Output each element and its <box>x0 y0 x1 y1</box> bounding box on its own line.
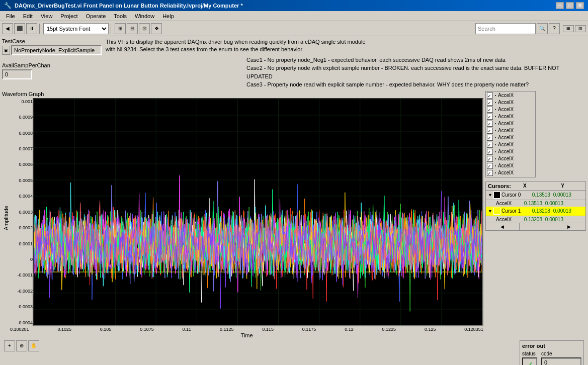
menu-edit[interactable]: Edit <box>19 12 37 20</box>
zoom-tool[interactable]: + <box>4 340 15 351</box>
legend-checkbox[interactable] <box>487 100 493 106</box>
reorder-button[interactable]: ❖ <box>151 23 162 34</box>
toolbar: ◀ ⬛ ⏸ 15pt System Font ⊞ ⊟ ⊡ ❖ 🔍 ? ▦ ▥ <box>0 21 588 36</box>
availsamp-value: 0 <box>2 69 32 79</box>
legend-item[interactable]: AccelX <box>487 170 534 176</box>
cursor-x-value: 0.13208 <box>530 208 550 214</box>
help-button[interactable]: ? <box>549 23 560 34</box>
legend-item[interactable]: AccelX <box>487 142 534 148</box>
legend-checkbox[interactable] <box>487 114 493 120</box>
status-label: status <box>522 351 537 356</box>
cursors-col-x: X <box>511 183 539 189</box>
menu-operate[interactable]: Operate <box>82 12 110 20</box>
legend-checkbox[interactable] <box>487 128 493 134</box>
legend-item[interactable]: AccelX <box>487 128 534 134</box>
legend-checkbox[interactable] <box>487 93 493 99</box>
code-label: code <box>541 351 581 356</box>
legend-checkbox[interactable] <box>487 121 493 127</box>
x-tick: 0.12 <box>345 327 354 332</box>
cursor-sub-name: AccelX <box>496 217 521 222</box>
legend-checkbox[interactable] <box>487 149 493 155</box>
back-button[interactable]: ◀ <box>2 23 13 34</box>
cursor-sub-row: AccelX0.132080.00013 <box>486 216 585 223</box>
close-button[interactable]: ✕ <box>576 2 584 9</box>
legend-item[interactable]: AccelX <box>487 121 534 127</box>
legend-checkbox[interactable] <box>487 135 493 141</box>
testcase-input[interactable]: NoPropertyNode_ExplicitSample <box>11 45 102 55</box>
error-title: error out <box>522 343 581 349</box>
search-button[interactable]: 🔍 <box>537 23 548 34</box>
legend-item[interactable]: AccelX <box>487 114 534 120</box>
y-tick: 0.0006 <box>10 162 33 167</box>
search-input[interactable] <box>475 23 536 34</box>
legend-item[interactable]: AccelX <box>487 100 534 106</box>
legend-item[interactable]: AccelX <box>487 135 534 141</box>
legend-checkbox[interactable] <box>487 170 493 176</box>
waveform-display[interactable] <box>33 98 483 326</box>
pause-button[interactable]: ⏸ <box>26 23 37 34</box>
cursor-name: Cursor 0 <box>501 192 529 198</box>
cursor-expand-icon[interactable]: ▼ <box>488 193 492 198</box>
legend-swatch <box>495 95 496 96</box>
y-tick: 0.0004 <box>10 194 33 199</box>
x-tick: 0.1225 <box>382 327 396 332</box>
cursor-row[interactable]: ▼Cursor 00.135130.00013 <box>486 191 585 200</box>
availsamp-label: AvailSampPerChan <box>2 62 102 68</box>
stop-button[interactable]: ⬛ <box>14 23 25 34</box>
align-button[interactable]: ⊞ <box>115 23 126 34</box>
distribute-button[interactable]: ⊟ <box>127 23 138 34</box>
resize-button[interactable]: ⊡ <box>139 23 150 34</box>
cursor-tool[interactable]: ✋ <box>28 340 39 351</box>
menu-project[interactable]: Project <box>56 12 81 20</box>
legend-item[interactable]: AccelX <box>487 107 534 113</box>
case2-desc: Case2 - No property node with explicit s… <box>246 64 586 80</box>
y-tick: 0.001 <box>10 99 33 104</box>
tools-grid-2[interactable]: ▥ <box>575 25 586 32</box>
legend-item[interactable]: AccelX <box>487 163 534 169</box>
x-tick: 0.1075 <box>140 327 154 332</box>
menu-file[interactable]: File <box>2 12 19 20</box>
legend-item[interactable]: AccelX <box>487 149 534 155</box>
legend-checkbox[interactable] <box>487 156 493 162</box>
y-tick: 0.0002 <box>10 225 33 230</box>
legend-item[interactable]: AccelX <box>487 156 534 162</box>
x-tick: 0.1125 <box>220 327 234 332</box>
legend-label: AccelX <box>498 149 514 154</box>
graph-inner: Amplitude 0.0010.00090.00080.00070.00060… <box>2 98 483 338</box>
cursor-scroll-left[interactable]: ◀ <box>486 223 520 230</box>
legend-swatch <box>495 165 496 166</box>
case-descriptions: Case1 - No property node_Neg1 - expected… <box>246 56 586 89</box>
legend-item[interactable]: AccelX <box>487 93 534 99</box>
legend-label: AccelX <box>498 107 514 112</box>
graph-right-content: 0.0010.00090.00080.00070.00060.00050.000… <box>10 98 483 338</box>
y-tick: 0.0005 <box>10 178 33 183</box>
legend-checkbox[interactable] <box>487 142 493 148</box>
cursors-header: Cursors: X Y <box>486 182 585 191</box>
menu-tools[interactable]: Tools <box>110 12 131 20</box>
cursor-expand-icon[interactable]: ▼ <box>488 209 492 214</box>
menu-help[interactable]: Help <box>158 12 178 20</box>
maximize-button[interactable]: □ <box>566 2 574 9</box>
minimize-button[interactable]: ─ <box>556 2 564 9</box>
legend-panel: AccelXAccelXAccelXAccelXAccelXAccelXAcce… <box>485 91 536 177</box>
error-row: status ✓ code 0 <box>522 351 581 365</box>
menu-window[interactable]: Window <box>131 12 158 20</box>
cursor-scroll-right[interactable]: ▶ <box>552 223 585 230</box>
graph-container: Waveform Graph Amplitude 0.0010.00090.00… <box>2 91 483 338</box>
error-status-col: status ✓ <box>522 351 537 365</box>
title-text: DAQmx_DriverBugTest.vi Front Panel on Lu… <box>15 3 556 9</box>
pan-tool[interactable]: ⊕ <box>16 340 27 351</box>
tools-grid-1[interactable]: ▦ <box>563 25 574 32</box>
menu-view[interactable]: View <box>37 12 57 20</box>
legend-swatch <box>495 151 496 152</box>
legend-checkbox[interactable] <box>487 163 493 169</box>
legend-checkbox[interactable] <box>487 107 493 113</box>
x-tick: 0.11 <box>183 327 192 332</box>
x-tick: 0.105 <box>100 327 112 332</box>
y-tick: 0.0003 <box>10 210 33 215</box>
cursors-col-y: Y <box>549 183 576 189</box>
x-tick: 0.1025 <box>57 327 71 332</box>
font-select[interactable]: 15pt System Font <box>43 23 109 34</box>
cursor-row[interactable]: ▼Cursor 10.132080.00013 <box>486 207 585 216</box>
legend-label: AccelX <box>498 128 514 133</box>
